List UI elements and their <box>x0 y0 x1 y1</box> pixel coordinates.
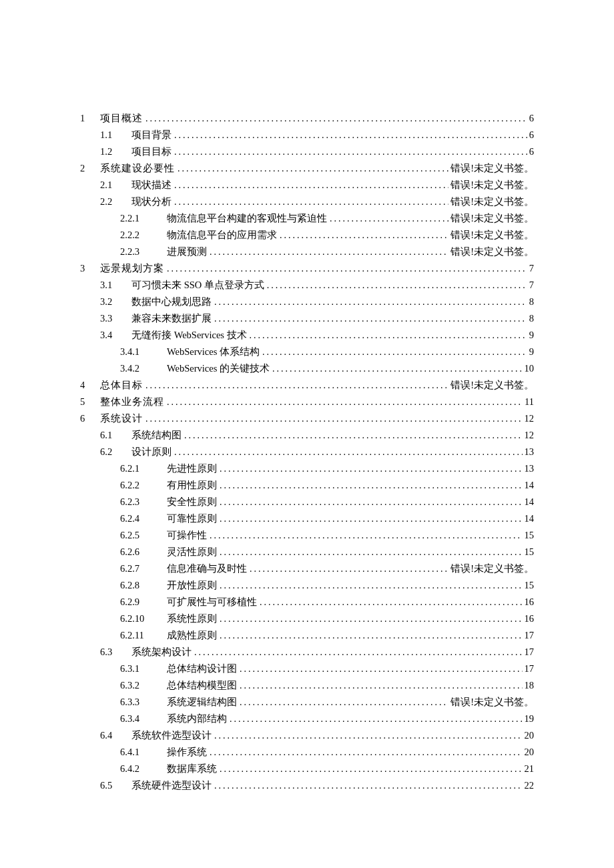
toc-number: 6.2.8 <box>120 577 167 594</box>
toc-number: 1 <box>80 110 100 127</box>
toc-leader <box>267 277 527 294</box>
toc-number: 6.2.2 <box>120 477 167 494</box>
toc-title: 进展预测 <box>167 244 210 260</box>
toc-title: 项目背景 <box>131 127 174 143</box>
toc-number: 6.2.5 <box>120 527 167 544</box>
toc-leader <box>260 594 523 610</box>
toc-leader <box>210 744 523 761</box>
toc-entry: 4总体目标错误!未定义书签。 <box>80 377 534 394</box>
toc-leader <box>220 460 523 477</box>
toc-entry: 6.2.10系统性原则16 <box>80 610 534 627</box>
toc-number: 2.1 <box>100 177 131 193</box>
toc-leader <box>230 711 523 727</box>
toc-entry: 3.3兼容未来数据扩展8 <box>80 310 534 327</box>
toc-page-number: 6 <box>527 110 534 127</box>
toc-entry: 2.2现状分析错误!未定义书签。 <box>80 193 534 210</box>
toc-page-number: 20 <box>523 727 535 744</box>
toc-entry: 2系统建设必要性错误!未定义书签。 <box>80 160 534 177</box>
toc-page-number: 19 <box>523 711 535 727</box>
toc-page-number: 15 <box>523 544 535 560</box>
toc-title: 物流信息平台构建的客观性与紧迫性 <box>167 210 330 227</box>
toc-number: 4 <box>80 377 100 394</box>
toc-entry: 6.2.8开放性原则15 <box>80 577 534 594</box>
toc-entry: 6.3.1总体结构设计图17 <box>80 661 534 677</box>
toc-title: 可习惯未来 SSO 单点登录方式 <box>131 277 267 294</box>
toc-title: 兼容未来数据扩展 <box>131 310 214 327</box>
toc-leader <box>174 193 448 210</box>
toc-title: 数据中心规划思路 <box>131 294 214 310</box>
toc-leader <box>250 560 448 577</box>
toc-number: 3.4.1 <box>120 344 167 360</box>
toc-title: 远景规划方案 <box>100 260 167 277</box>
toc-number: 6.3.4 <box>120 711 167 727</box>
toc-entry: 1项目概述6 <box>80 110 534 127</box>
toc-number: 2.2.3 <box>120 244 167 260</box>
toc-leader <box>330 210 448 227</box>
toc-number: 3.1 <box>100 277 131 294</box>
toc-number: 6.4 <box>100 727 131 744</box>
toc-entry: 6.2.5可操作性15 <box>80 527 534 544</box>
toc-title: 总体结构模型图 <box>167 677 240 694</box>
toc-entry: 3.4无缝衔接 WebServices 技术9 <box>80 327 534 344</box>
toc-number: 6.4.2 <box>120 761 167 777</box>
toc-entry: 6.2.2有用性原则14 <box>80 477 534 494</box>
toc-entry: 6.2.7信息准确与及时性错误!未定义书签。 <box>80 560 534 577</box>
toc-title: 设计原则 <box>131 444 174 460</box>
toc-entry: 6.2.1先进性原则13 <box>80 460 534 477</box>
toc-number: 2.2.1 <box>120 210 167 227</box>
toc-title: 系统建设必要性 <box>100 160 178 177</box>
toc-number: 6 <box>80 410 100 427</box>
toc-title: 系统结构图 <box>131 427 184 444</box>
toc-number: 6.2.3 <box>120 494 167 510</box>
toc-leader <box>220 577 523 594</box>
toc-page-number: 错误!未定义书签。 <box>448 560 534 577</box>
toc-page-number: 16 <box>523 594 535 610</box>
toc-number: 3 <box>80 260 100 277</box>
toc-entry: 3.2数据中心规划思路8 <box>80 294 534 310</box>
toc-page-number: 错误!未定义书签。 <box>448 694 534 711</box>
toc-leader <box>280 227 448 244</box>
toc-title: 项目概述 <box>100 110 145 127</box>
toc-entry: 2.2.3进展预测错误!未定义书签。 <box>80 244 534 260</box>
toc-number: 1.2 <box>100 143 131 160</box>
toc-page-number: 11 <box>523 394 534 410</box>
toc-title: 可操作性 <box>167 527 210 544</box>
toc-page-number: 17 <box>523 661 535 677</box>
toc-number: 3.4.2 <box>120 360 167 377</box>
toc-title: 系统性原则 <box>167 610 220 627</box>
toc-number: 6.2 <box>100 444 131 460</box>
toc-entry: 6.5系统硬件选型设计22 <box>80 777 534 794</box>
toc-page-number: 错误!未定义书签。 <box>448 160 534 177</box>
toc-leader <box>184 427 523 444</box>
toc-page-number: 错误!未定义书签。 <box>448 227 534 244</box>
toc-page-number: 错误!未定义书签。 <box>448 177 534 193</box>
toc-entry: 3.1可习惯未来 SSO 单点登录方式7 <box>80 277 534 294</box>
toc-page-number: 8 <box>527 294 534 310</box>
toc-page-number: 22 <box>523 777 535 794</box>
toc-title: 成熟性原则 <box>167 627 220 644</box>
toc-number: 3.2 <box>100 294 131 310</box>
toc-leader <box>167 260 527 277</box>
toc-title: 数据库系统 <box>167 761 220 777</box>
toc-leader <box>210 244 448 260</box>
toc-entry: 6.3.3系统逻辑结构图错误!未定义书签。 <box>80 694 534 711</box>
toc-leader <box>220 494 523 510</box>
toc-number: 6.2.1 <box>120 460 167 477</box>
toc-title: 整体业务流程 <box>100 394 167 410</box>
toc-title: 可靠性原则 <box>167 510 220 527</box>
toc-page-number: 错误!未定义书签。 <box>448 210 534 227</box>
toc-leader <box>220 627 523 644</box>
toc-title: 现状描述 <box>131 177 174 193</box>
toc-number: 6.5 <box>100 777 131 794</box>
toc-title: WebServices 的关键技术 <box>167 360 272 377</box>
toc-title: 有用性原则 <box>167 477 220 494</box>
toc-leader <box>220 610 523 627</box>
toc-title: 可扩展性与可移植性 <box>167 594 260 610</box>
toc-page-number: 6 <box>527 143 534 160</box>
toc-number: 6.3.1 <box>120 661 167 677</box>
toc-leader <box>174 127 527 143</box>
toc-leader <box>174 143 527 160</box>
toc-number: 3.3 <box>100 310 131 327</box>
toc-entry: 6.2.9可扩展性与可移植性16 <box>80 594 534 610</box>
toc-entry: 2.1现状描述错误!未定义书签。 <box>80 177 534 193</box>
